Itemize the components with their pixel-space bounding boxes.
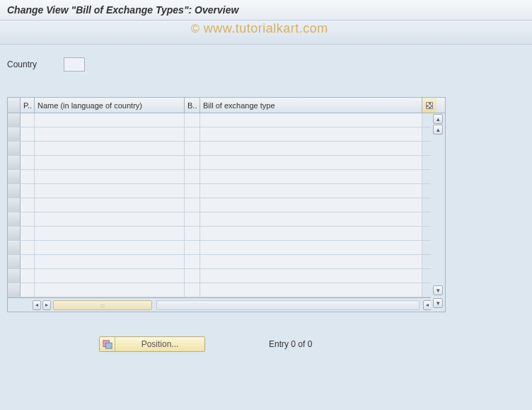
- row-selector[interactable]: [8, 227, 21, 240]
- row-selector[interactable]: [8, 127, 21, 141]
- column-p[interactable]: P..: [21, 98, 35, 113]
- table-row: [8, 113, 445, 127]
- table-row: [8, 184, 445, 198]
- country-filter-row: Country: [7, 57, 525, 72]
- table-row: [8, 127, 445, 142]
- position-button[interactable]: Position...: [99, 336, 205, 352]
- column-name[interactable]: Name (in language of country): [35, 98, 185, 113]
- position-icon: [100, 337, 115, 351]
- table-row: [8, 212, 445, 227]
- horizontal-scrollbar: ◂ ▸ ::: ◂ ▸: [8, 297, 445, 312]
- table-config-icon: [426, 102, 433, 109]
- svg-rect-1: [105, 343, 112, 348]
- country-label: Country: [7, 59, 37, 69]
- row-selector[interactable]: [8, 269, 21, 283]
- entry-count: Entry 0 of 0: [269, 339, 312, 349]
- footer: Position... Entry 0 of 0: [7, 336, 525, 352]
- row-selector[interactable]: [8, 170, 21, 183]
- scroll-thumb[interactable]: :::: [53, 300, 152, 310]
- table-config-button[interactable]: [422, 98, 436, 113]
- row-selector[interactable]: [8, 156, 21, 169]
- table-row: [8, 283, 445, 297]
- table-row: [8, 227, 445, 241]
- table-row: [8, 198, 445, 212]
- row-selector[interactable]: [8, 255, 21, 268]
- scroll-up-icon[interactable]: [433, 125, 443, 135]
- row-selector[interactable]: [8, 113, 21, 127]
- scroll-left-icon[interactable]: ▸: [42, 300, 51, 310]
- table-row: [8, 241, 445, 255]
- content-area: Country P.. Name (in language of country…: [0, 45, 532, 410]
- country-input[interactable]: [64, 57, 85, 72]
- table-row: [8, 269, 445, 283]
- table-header: P.. Name (in language of country) B.. Bi…: [8, 98, 445, 113]
- table-row: [8, 255, 445, 269]
- table-body: [8, 113, 445, 297]
- title-bar: Change View "Bill of Exchange Types": Ov…: [0, 0, 532, 21]
- column-b[interactable]: B..: [185, 98, 200, 113]
- row-selector[interactable]: [8, 142, 21, 155]
- table-row: [8, 170, 445, 184]
- scroll-left-first-icon[interactable]: ◂: [33, 300, 41, 310]
- table-row: [8, 156, 445, 170]
- toolbar: [0, 21, 532, 45]
- scroll-down-icon[interactable]: [433, 298, 443, 308]
- row-selector[interactable]: [8, 283, 21, 297]
- row-selector[interactable]: [8, 184, 21, 198]
- scroll-down-icon[interactable]: [433, 285, 443, 295]
- position-button-label: Position...: [115, 339, 204, 349]
- row-selector[interactable]: [8, 198, 21, 212]
- scroll-up-icon[interactable]: [433, 114, 443, 124]
- page-title: Change View "Bill of Exchange Types": Ov…: [7, 4, 525, 16]
- column-bill-type[interactable]: Bill of exchange type: [200, 98, 422, 113]
- row-selector[interactable]: [8, 241, 21, 254]
- column-selector[interactable]: [8, 98, 21, 113]
- scroll-track[interactable]: [156, 300, 420, 310]
- data-table: P.. Name (in language of country) B.. Bi…: [7, 97, 446, 312]
- vertical-scrollbar[interactable]: [431, 113, 445, 312]
- row-selector[interactable]: [8, 212, 21, 226]
- table-row: [8, 142, 445, 156]
